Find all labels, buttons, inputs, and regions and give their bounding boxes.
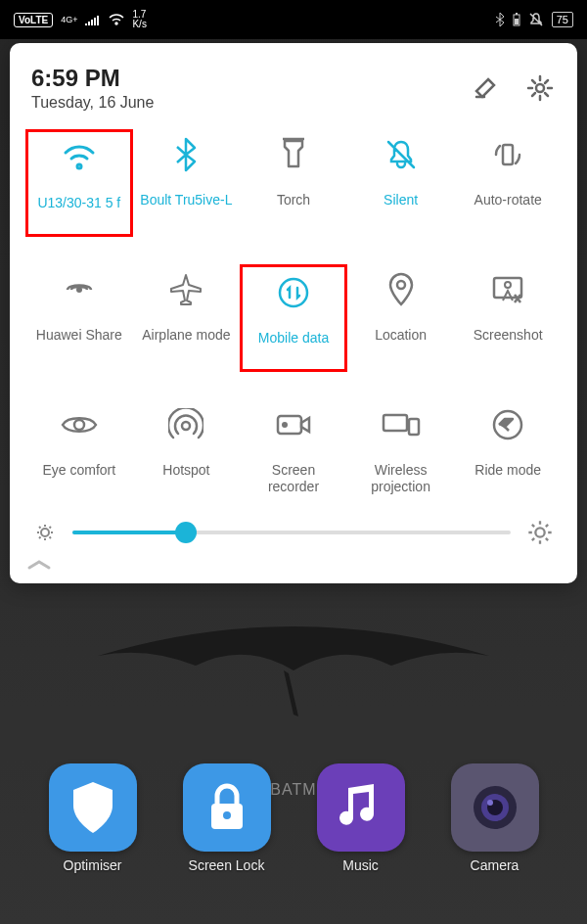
wifi-status-icon [109,14,124,25]
tile-label: Ride mode [474,462,541,495]
mute-status-icon [528,13,544,26]
quick-settings-panel: 6:59 PM Tuesday, 16 June U13/30-31 5 f B… [10,43,577,583]
svg-point-5 [487,800,493,806]
svg-point-12 [280,279,307,306]
tile-label: Wirelessprojection [371,462,430,495]
battery-indicator: 75 [552,12,573,27]
app-music[interactable]: Music [317,763,405,873]
app-lock[interactable]: Screen Lock [183,763,271,873]
screenshot-icon [488,270,527,309]
tile-label: Torch [277,192,310,225]
tile-mobiledata[interactable]: Mobile data [240,264,347,372]
tile-label: Hotspot [162,462,209,495]
tile-label: Screenshot [474,327,543,360]
recorder-icon [274,405,313,444]
tile-screenshot[interactable]: Screenshot [454,264,562,372]
svg-point-4 [487,800,503,815]
tile-label: Screenrecorder [268,462,319,495]
wifi-icon [60,138,99,177]
svg-point-16 [182,422,190,430]
tile-silent[interactable]: Silent [347,129,455,237]
bluetooth-battery-icon [513,13,520,26]
tile-airplane[interactable]: Airplane mode [133,264,241,372]
svg-point-13 [397,281,405,289]
airplane-icon [166,270,205,309]
silent-icon [382,135,421,174]
bluetooth-status-icon [495,13,505,26]
tile-label: Huawei Share [36,327,122,360]
svg-rect-10 [503,145,513,164]
svg-rect-17 [278,416,301,434]
svg-point-23 [535,528,544,536]
tile-bluetooth[interactable]: Boult Tru5ive-L [133,129,241,237]
tile-label: Mobile data [258,330,329,363]
edit-tiles-button[interactable] [470,72,501,104]
wallpaper-umbrella [88,626,499,724]
location-icon [382,270,421,309]
tile-wifi[interactable]: U13/30-31 5 f [25,129,133,237]
tile-hotspot[interactable]: Hotspot [133,399,241,501]
music-app-icon [317,763,405,852]
tile-label: Silent [384,192,418,225]
tile-location[interactable]: Location [347,264,455,372]
hotspot-icon [166,405,205,444]
tile-label: Airplane mode [142,327,230,360]
shield-app-icon [49,763,137,852]
app-label: Screen Lock [189,857,265,873]
wallpaper-text: BATM [270,781,316,799]
tile-rotate[interactable]: Auto-rotate [454,129,562,237]
tile-projection[interactable]: Wirelessprojection [347,399,455,501]
eye-icon [60,405,99,444]
tile-label: Location [375,327,427,360]
svg-point-2 [474,786,517,829]
panel-time: 6:59 PM [31,65,154,92]
projection-icon [382,405,421,444]
bluetooth-icon [166,135,205,174]
lock-app-icon [183,763,271,852]
tile-label: U13/30-31 5 f [37,195,120,228]
tile-torch[interactable]: Torch [240,129,347,237]
svg-rect-0 [211,804,243,829]
brightness-slider[interactable] [72,531,511,534]
tile-eye[interactable]: Eye comfort [25,399,133,501]
ride-icon [488,405,527,444]
data-speed: 1.7 K/s [132,10,146,29]
svg-point-1 [223,811,231,819]
tile-recorder[interactable]: Screenrecorder [240,399,347,501]
app-label: Optimiser [64,857,122,873]
settings-button[interactable] [524,72,556,104]
svg-point-9 [536,84,544,92]
app-label: Camera [471,857,519,873]
mobiledata-icon [274,273,313,312]
torch-icon [274,135,313,174]
share-icon [60,270,99,309]
svg-point-3 [481,794,509,821]
tile-ride[interactable]: Ride mode [454,399,562,501]
statusbar: VoLTE 4G+ 1.7 K/s 75 [0,0,587,39]
svg-point-18 [282,422,288,428]
svg-rect-20 [409,419,419,435]
network-type: 4G+ [61,16,77,24]
signal-bars-icon [85,14,101,25]
app-label: Music [342,857,379,873]
tile-share[interactable]: Huawei Share [25,264,133,372]
datetime[interactable]: 6:59 PM Tuesday, 16 June [31,65,154,112]
volte-badge: VoLTE [14,13,53,27]
svg-rect-7 [516,13,518,15]
collapse-handle[interactable] [25,552,562,574]
app-shield[interactable]: Optimiser [49,763,137,873]
panel-date: Tuesday, 16 June [31,94,154,112]
brightness-high-icon [526,519,554,546]
dock: Optimiser Screen Lock Music Camera [0,763,587,873]
svg-rect-8 [515,19,519,24]
svg-rect-19 [384,415,407,431]
tile-label: Eye comfort [42,462,115,495]
camera-app-icon [451,763,539,852]
tile-grid: U13/30-31 5 f Boult Tru5ive-L Torch Sile… [25,129,562,501]
tile-label: Boult Tru5ive-L [140,192,232,225]
brightness-slider-row [25,501,562,552]
svg-point-22 [41,529,49,536]
app-camera[interactable]: Camera [451,763,539,873]
rotate-icon [488,135,527,174]
tile-label: Auto-rotate [474,192,542,225]
